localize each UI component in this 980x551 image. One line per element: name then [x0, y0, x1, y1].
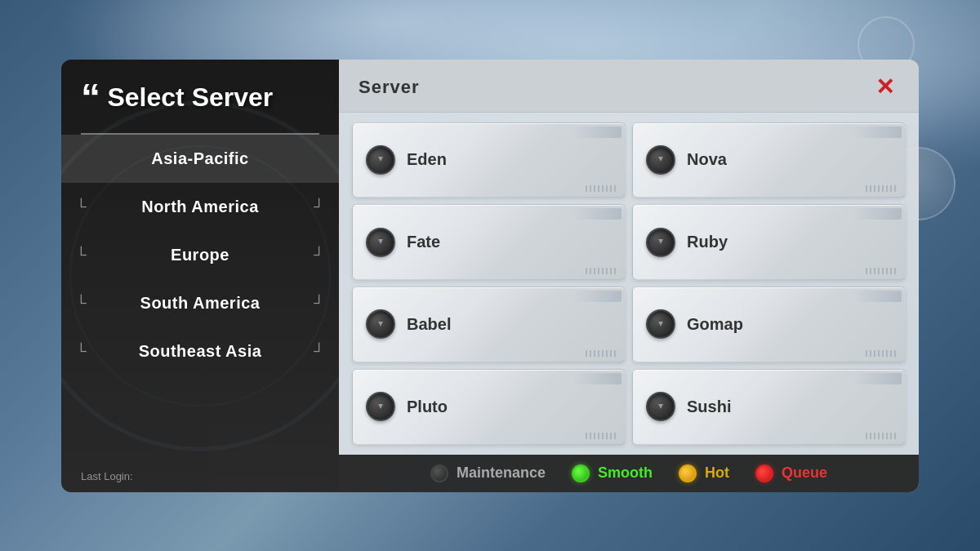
server-card-ruby[interactable]: Ruby	[632, 204, 906, 280]
server-icon-fate	[366, 228, 395, 257]
sidebar: “ Select Server Asia-Pacific└North Ameri…	[61, 60, 339, 492]
server-name-nova: Nova	[687, 150, 727, 169]
status-dot-smooth	[572, 464, 590, 482]
status-item-maintenance: Maintenance	[430, 464, 546, 482]
bracket-left-icon: └	[76, 343, 87, 360]
server-icon-babel	[366, 309, 395, 339]
status-label-hot: Hot	[705, 464, 729, 482]
bracket-left-icon: └	[76, 247, 87, 264]
bracket-left-icon: └	[76, 295, 87, 312]
server-panel: Server ✕ EdenNovaFateRubyBabelGomapPluto…	[339, 60, 919, 492]
server-icon-eden	[366, 145, 395, 175]
server-name-gomap: Gomap	[687, 315, 743, 334]
server-card-gomap[interactable]: Gomap	[632, 287, 906, 362]
last-login: Last Login:	[61, 460, 339, 492]
status-label-queue: Queue	[782, 464, 827, 482]
status-item-smooth: Smooth	[572, 464, 653, 482]
region-list: Asia-Pacific└North America┘└Europe┘└Sout…	[61, 135, 339, 460]
sidebar-title-area: “ Select Server	[61, 60, 339, 127]
modal-overlay: “ Select Server Asia-Pacific└North Ameri…	[0, 0, 980, 551]
bracket-right-icon: ┘	[314, 247, 324, 264]
server-card-fate[interactable]: Fate	[352, 204, 626, 280]
region-item-southeast-asia[interactable]: └Southeast Asia┘	[61, 327, 339, 375]
close-button[interactable]: ✕	[870, 73, 899, 102]
bracket-left-icon: └	[76, 198, 87, 216]
server-icon-ruby	[646, 228, 675, 257]
region-label-asia-pacific: Asia-Pacific	[151, 149, 248, 168]
region-item-north-america[interactable]: └North America┘	[61, 183, 339, 231]
server-icon-pluto	[366, 392, 395, 421]
server-name-eden: Eden	[407, 150, 447, 169]
region-label-south-america: South America	[140, 294, 261, 313]
region-item-south-america[interactable]: └South America┘	[61, 279, 339, 327]
sidebar-title: Select Server	[107, 82, 273, 113]
region-label-southeast-asia: Southeast Asia	[139, 342, 262, 361]
status-dot-hot	[679, 464, 697, 482]
server-name-ruby: Ruby	[687, 233, 728, 251]
server-grid: EdenNovaFateRubyBabelGomapPlutoSushi	[339, 113, 919, 455]
server-card-sushi[interactable]: Sushi	[632, 369, 906, 445]
region-label-europe: Europe	[171, 246, 229, 264]
server-card-nova[interactable]: Nova	[632, 122, 906, 198]
status-label-smooth: Smooth	[598, 464, 653, 482]
status-dot-maintenance	[430, 464, 448, 482]
server-name-fate: Fate	[407, 233, 440, 251]
panel-title: Server	[359, 77, 420, 98]
server-name-sushi: Sushi	[687, 398, 731, 416]
server-name-pluto: Pluto	[407, 398, 448, 416]
main-container: “ Select Server Asia-Pacific└North Ameri…	[61, 60, 919, 492]
panel-header: Server ✕	[339, 60, 919, 113]
server-card-babel[interactable]: Babel	[352, 287, 626, 362]
bracket-right-icon: ┘	[314, 343, 324, 360]
server-card-pluto[interactable]: Pluto	[352, 369, 626, 445]
region-label-north-america: North America	[141, 198, 259, 216]
region-item-asia-pacific[interactable]: Asia-Pacific	[61, 135, 339, 183]
server-card-eden[interactable]: Eden	[352, 122, 626, 198]
bracket-right-icon: ┘	[314, 295, 324, 312]
bracket-right-icon: ┘	[314, 198, 324, 216]
status-bar: MaintenanceSmoothHotQueue	[339, 455, 919, 492]
status-dot-queue	[755, 464, 773, 482]
server-icon-gomap	[646, 309, 675, 339]
server-name-babel: Babel	[407, 315, 451, 334]
status-label-maintenance: Maintenance	[457, 464, 546, 482]
region-item-europe[interactable]: └Europe┘	[61, 231, 339, 279]
server-icon-sushi	[646, 392, 675, 421]
status-item-queue: Queue	[755, 464, 827, 482]
status-item-hot: Hot	[679, 464, 729, 482]
server-icon-nova	[646, 145, 675, 175]
quote-mark-icon: “	[81, 82, 100, 113]
